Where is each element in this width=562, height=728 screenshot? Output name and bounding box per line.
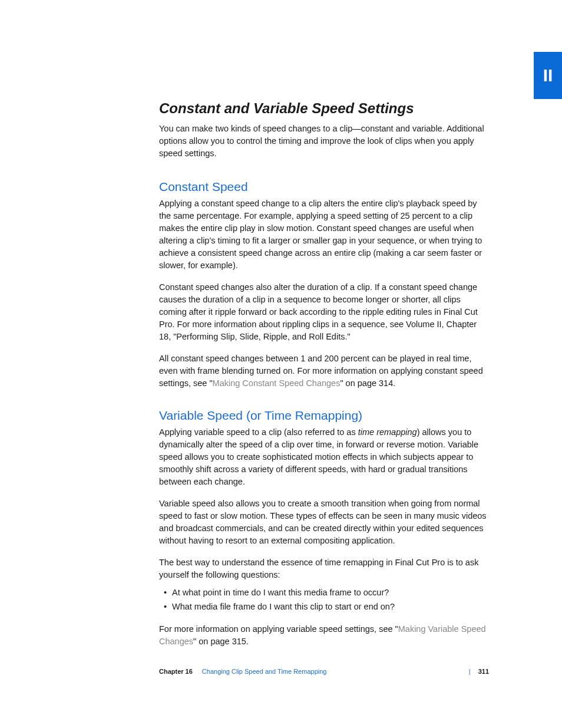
body-text: Variable speed also allows you to create… [159, 498, 489, 547]
text-run: For more information on applying variabl… [159, 624, 398, 634]
page-footer: Chapter 16 Changing Clip Speed and Time … [159, 668, 489, 675]
section-constant-speed: Constant Speed Applying a constant speed… [159, 180, 489, 390]
body-text: All constant speed changes between 1 and… [159, 353, 489, 390]
text-run: Applying variable speed to a clip (also … [159, 427, 358, 437]
page-number: 311 [478, 668, 489, 675]
body-text: Applying a constant speed change to a cl… [159, 197, 489, 272]
section-variable-speed: Variable Speed (or Time Remapping) Apply… [159, 409, 489, 648]
heading-variable-speed: Variable Speed (or Time Remapping) [159, 409, 489, 423]
text-run: " on page 314. [340, 378, 395, 388]
chapter-label: Chapter 16 [159, 668, 193, 675]
page-title: Constant and Variable Speed Settings [159, 100, 489, 117]
part-tab: II [534, 52, 562, 99]
body-text: Applying variable speed to a clip (also … [159, 426, 489, 488]
xref-link[interactable]: Making Constant Speed Changes [213, 378, 340, 388]
body-text: Constant speed changes also alter the du… [159, 281, 489, 343]
page-content: Constant and Variable Speed Settings You… [159, 100, 489, 667]
chapter-title: Changing Clip Speed and Time Remapping [202, 668, 327, 675]
list-item: What media file frame do I want this cli… [164, 600, 489, 614]
body-text: The best way to understand the essence o… [159, 556, 489, 581]
text-run: " on page 315. [193, 637, 249, 646]
heading-constant-speed: Constant Speed [159, 180, 489, 194]
list-item: At what point in time do I want this med… [164, 586, 489, 599]
emphasis: time remapping [358, 427, 417, 437]
bullet-list: At what point in time do I want this med… [164, 586, 489, 613]
intro-paragraph: You can make two kinds of speed changes … [159, 123, 489, 160]
body-text: For more information on applying variabl… [159, 623, 489, 648]
footer-divider: | [469, 668, 471, 675]
